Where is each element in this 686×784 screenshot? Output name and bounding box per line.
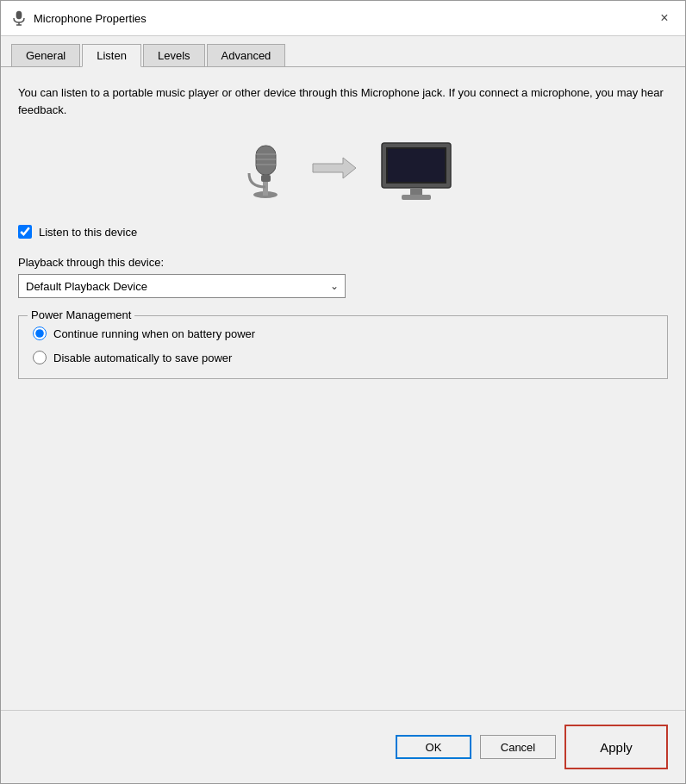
ok-button[interactable]: OK: [396, 735, 471, 759]
svg-rect-14: [410, 188, 422, 195]
svg-rect-15: [402, 195, 431, 200]
cancel-button[interactable]: Cancel: [480, 735, 556, 759]
radio-disable[interactable]: [33, 351, 47, 364]
title-bar: Microphone Properties ×: [1, 1, 685, 36]
playback-dropdown-wrapper: Default Playback Device Speakers (Realte…: [18, 274, 346, 298]
listen-checkbox-label[interactable]: Listen to this device: [39, 226, 137, 239]
radio-continue-row: Continue running when on battery power: [33, 327, 653, 340]
monitor-illustration: [377, 141, 446, 197]
dialog-window: Microphone Properties × General Listen L…: [0, 0, 686, 784]
svg-rect-13: [388, 149, 445, 182]
tab-general[interactable]: General: [11, 44, 80, 67]
microphone-illustration: [240, 139, 291, 199]
listen-checkbox-row: Listen to this device: [18, 225, 668, 239]
radio-disable-row: Disable automatically to save power: [33, 351, 653, 364]
power-management-legend: Power Management: [28, 308, 134, 321]
tab-advanced[interactable]: Advanced: [207, 44, 286, 67]
apply-button[interactable]: Apply: [564, 725, 668, 769]
tab-listen[interactable]: Listen: [82, 44, 141, 67]
listen-checkbox[interactable]: [18, 225, 32, 239]
button-row: OK Cancel Apply: [1, 710, 685, 783]
radio-continue[interactable]: [33, 327, 47, 340]
power-management-group: Power Management Continue running when o…: [18, 315, 668, 379]
content-area: You can listen to a portable music playe…: [1, 67, 685, 710]
dialog-title: Microphone Properties: [34, 12, 147, 25]
close-button[interactable]: ×: [654, 8, 675, 28]
playback-label: Playback through this device:: [18, 256, 668, 269]
svg-marker-10: [313, 158, 356, 178]
microphone-icon: [11, 10, 27, 26]
svg-rect-9: [261, 175, 271, 182]
title-bar-left: Microphone Properties: [11, 10, 147, 26]
radio-continue-label[interactable]: Continue running when on battery power: [53, 327, 255, 340]
playback-dropdown[interactable]: Default Playback Device Speakers (Realte…: [18, 274, 346, 298]
tabs-row: General Listen Levels Advanced: [1, 36, 685, 67]
tab-levels[interactable]: Levels: [143, 44, 205, 67]
description-text: You can listen to a portable music playe…: [18, 84, 668, 118]
arrow-illustration: [309, 151, 360, 188]
svg-rect-0: [16, 11, 22, 19]
radio-disable-label[interactable]: Disable automatically to save power: [53, 352, 232, 364]
svg-rect-5: [256, 146, 276, 175]
device-illustration: [18, 139, 668, 199]
